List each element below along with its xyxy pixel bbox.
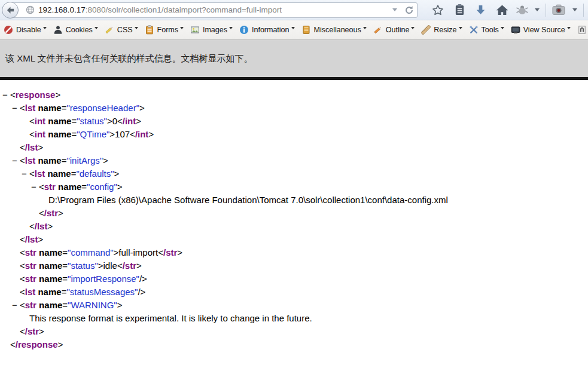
bookmarks-menu-button[interactable] [449, 1, 470, 19]
xml-attr-name: name [36, 300, 62, 310]
images-icon [190, 25, 200, 35]
outline-icon [373, 25, 383, 35]
back-button[interactable] [2, 2, 19, 19]
star-icon [431, 4, 444, 17]
chevron-down-icon [459, 27, 462, 29]
firebug-dropdown-icon[interactable] [535, 8, 540, 11]
devtoolbar-item-images[interactable]: Images [190, 25, 233, 35]
xml-punctuation: < [20, 260, 25, 271]
xml-tag-name: str [44, 182, 56, 192]
xml-tag-name: int [35, 116, 45, 126]
devtoolbar-item-forms[interactable]: Forms [145, 25, 184, 35]
devtoolbar-item-outline[interactable]: Outline [373, 25, 415, 35]
xml-attr-value: "status" [68, 260, 98, 271]
information-icon [239, 25, 249, 35]
xml-attr-value: "command" [68, 247, 114, 257]
devtoolbar-item-css[interactable]: CSS [105, 25, 138, 35]
devtoolbar-item-label: Cookies [66, 26, 93, 34]
xml-punctuation: /> [139, 274, 147, 284]
home-button[interactable] [491, 1, 513, 19]
screenshot-button[interactable] [549, 1, 569, 19]
xml-punctuation: > [55, 90, 60, 100]
chevron-down-icon [95, 27, 98, 29]
devtoolbar-item-view-source[interactable]: View Source [511, 25, 571, 35]
xml-attr-name: name [36, 260, 62, 271]
reload-icon[interactable] [404, 5, 414, 15]
xml-line: </lst> [0, 220, 588, 233]
globe-icon [26, 5, 35, 14]
xml-line: <lst name="statusMessages"/> [0, 286, 588, 299]
devtoolbar-item-cookies[interactable]: Cookies [53, 25, 98, 35]
xml-punctuation: = [62, 260, 68, 271]
tools-icon [469, 25, 479, 35]
devtoolbar-item-options[interactable]: Options [577, 25, 588, 35]
xml-attr-value: "WARNING" [68, 300, 117, 310]
devtoolbar-item-label: Forms [157, 26, 178, 34]
collapse-toggle[interactable]: − [12, 102, 20, 115]
xml-attr-value: "responseHeader" [66, 103, 139, 113]
url-text[interactable]: 192.168.0.17:8080/solr/collection1/datai… [38, 5, 392, 14]
xml-line: −<str name="WARNING"> [0, 299, 588, 312]
devtoolbar-item-tools[interactable]: Tools [469, 25, 504, 35]
devtoolbar-item-disable[interactable]: Disable [4, 25, 47, 35]
collapse-toggle[interactable]: − [22, 167, 29, 180]
xml-line: <str name="importResponse"/> [0, 272, 588, 286]
xml-tag-name: lst [25, 103, 36, 113]
xml-attr-name: name [45, 116, 71, 126]
collapse-toggle[interactable]: − [12, 154, 20, 167]
xml-style-notice-text: 该 XML 文件并未包含任何关联的样式信息。文档树显示如下。 [5, 53, 253, 65]
url-bar[interactable]: 192.168.0.17:8080/solr/collection1/datai… [11, 2, 418, 18]
firebug-bug-icon [516, 5, 529, 16]
xml-punctuation: < [10, 339, 16, 349]
xml-tag-name: lst [25, 155, 36, 165]
xml-line: <str name="status">idle</str> [0, 259, 588, 272]
xml-text: This response format is experimental. It… [29, 313, 312, 323]
devtoolbar-item-label: Resize [434, 26, 456, 34]
xml-punctuation: < [20, 103, 25, 113]
collapse-toggle[interactable]: − [2, 88, 10, 102]
xml-punctuation: < [20, 287, 25, 297]
xml-tag-name: lst [25, 287, 36, 297]
devtoolbar-item-label: Outline [386, 26, 410, 34]
view-source-icon [511, 25, 521, 35]
downloads-button[interactable] [470, 1, 491, 19]
xml-punctuation: = [62, 274, 68, 284]
xml-attr-name: name [36, 247, 62, 257]
screenshot-dropdown-icon[interactable] [572, 8, 577, 11]
xml-line: </lst> [0, 141, 588, 154]
xml-attr-value: "config" [87, 182, 117, 192]
xml-tag-name: str [25, 260, 36, 271]
clipboard-icon [454, 4, 465, 16]
xml-punctuation: < [117, 116, 123, 126]
bookmark-star-button[interactable] [426, 1, 449, 19]
xml-punctuation: = [71, 116, 77, 126]
xml-tag-name: lst [35, 168, 45, 179]
chevron-down-icon [43, 27, 47, 29]
xml-attr-name: name [35, 155, 61, 165]
xml-punctuation: = [81, 182, 87, 192]
xml-attr-name: name [35, 103, 61, 113]
devtoolbar-item-resize[interactable]: Resize [421, 25, 462, 35]
collapse-toggle[interactable]: − [12, 299, 20, 312]
xml-tag-name: response [16, 90, 56, 100]
xml-attr-name: name [45, 129, 71, 139]
xml-punctuation: > [139, 103, 145, 113]
xml-text: idle [103, 260, 117, 271]
xml-tag-name: /response [16, 339, 58, 349]
xml-document-tree: −<response>−<lst name="responseHeader"><… [0, 80, 588, 351]
xml-line: <str name="command">full-import</str> [0, 246, 588, 259]
back-arrow-icon [6, 6, 15, 14]
xml-punctuation: < [20, 300, 25, 310]
url-dropdown-icon[interactable] [392, 8, 397, 11]
collapse-toggle[interactable]: − [31, 180, 39, 194]
devtoolbar-item-information[interactable]: Information [239, 25, 295, 35]
xml-punctuation: = [62, 300, 68, 310]
xml-punctuation: < [29, 116, 35, 126]
xml-line: −<str name="config"> [0, 180, 588, 194]
xml-line: </str> [0, 325, 588, 338]
xml-text: D:\Program Files (x86)\Apache Software F… [48, 195, 448, 205]
resize-icon [421, 25, 431, 35]
devtoolbar-item-miscellaneous[interactable]: Miscellaneous [301, 25, 367, 35]
devtoolbar-item-label: View Source [523, 26, 565, 34]
firebug-button[interactable] [513, 1, 531, 19]
